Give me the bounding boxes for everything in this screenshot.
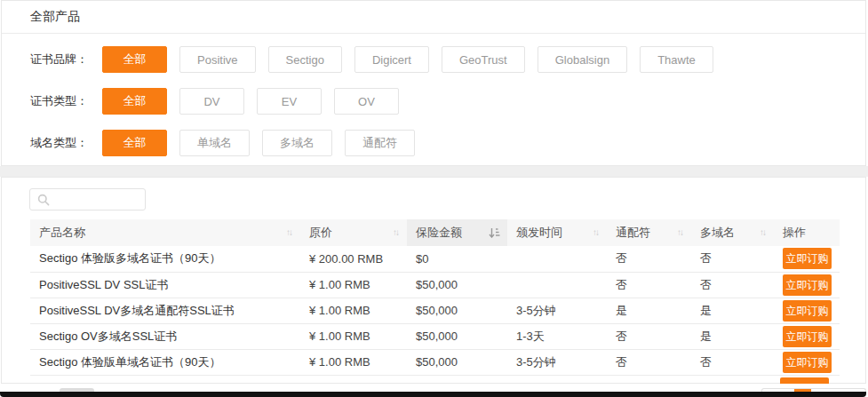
domain-type-option-all[interactable]: 全部	[102, 130, 167, 156]
insurance-cell: $50,000	[407, 349, 507, 375]
domain-type-filter-label: 域名类型：	[30, 135, 102, 151]
insurance-cell: $50,000	[407, 272, 507, 298]
multi-domain-cell: 否	[691, 349, 774, 375]
issue-time-cell: 3-5分钟	[507, 298, 607, 323]
table-row: Sectigo OV多域名SSL证书 ¥ 1.00 RMB $50,000 1-…	[30, 323, 840, 349]
product-name-cell: Sectigo OV多域名SSL证书	[30, 323, 300, 349]
order-now-button[interactable]: 立即订购	[783, 300, 832, 322]
column-header-wildcard[interactable]: 通配符↑↓	[607, 219, 691, 246]
sort-icon[interactable]: ↑↓	[286, 228, 293, 237]
brand-option-all[interactable]: 全部	[102, 46, 167, 73]
multi-domain-cell: 否	[691, 272, 774, 298]
brand-option-globalsign[interactable]: Globalsign	[538, 46, 627, 73]
sort-icon[interactable]: ↑↓	[760, 228, 767, 237]
filter-row-brand: 证书品牌： 全部 Positive Sectigo Digicert GeoTr…	[30, 46, 865, 73]
sort-icon[interactable]: ↑↓	[593, 228, 600, 237]
column-header-price[interactable]: 原价↑↓	[300, 219, 407, 246]
issue-time-cell	[507, 272, 607, 298]
filter-panel: 全部产品 证书品牌： 全部 Positive Sectigo Digicert …	[1, 0, 866, 166]
insurance-cell: $0	[407, 246, 507, 272]
issue-time-cell: 1-3天	[507, 323, 607, 349]
wildcard-cell: 否	[607, 272, 691, 298]
sort-icon[interactable]: ↑↓	[393, 228, 400, 237]
order-now-button[interactable]: 立即订购	[783, 274, 832, 296]
window-bottom-edge	[0, 392, 866, 397]
domain-type-option-wildcard[interactable]: 通配符	[345, 130, 415, 156]
column-header-product-name[interactable]: 产品名称↑↓	[30, 219, 300, 246]
sort-icon[interactable]: ↑↓	[677, 228, 684, 237]
brand-option-thawte[interactable]: Thawte	[640, 46, 713, 73]
cert-type-option-ev[interactable]: EV	[257, 88, 322, 115]
order-now-button[interactable]: 立即订购	[783, 248, 832, 269]
table-row: PositiveSSL DV多域名通配符SSL证书 ¥ 1.00 RMB $50…	[30, 298, 840, 323]
column-header-issue-time[interactable]: 颁发时间↑↓	[507, 219, 607, 246]
wildcard-cell: 否	[607, 323, 691, 349]
table-row: Sectigo 体验版单域名证书（90天） ¥ 1.00 RMB $50,000…	[30, 349, 840, 375]
table-row: PositiveSSL DV SSL证书 ¥ 1.00 RMB $50,000 …	[30, 272, 840, 298]
multi-domain-cell: 是	[691, 323, 774, 349]
product-name-cell: PositiveSSL DV多域名通配符SSL证书	[30, 298, 300, 323]
panel-divider	[0, 166, 868, 177]
order-now-button[interactable]: 立即订购	[783, 326, 832, 347]
table-search-box[interactable]	[29, 188, 146, 210]
cert-type-option-ov[interactable]: OV	[334, 88, 399, 115]
insurance-cell: $50,000	[407, 323, 507, 349]
price-cell: ¥ 1.00 RMB	[300, 323, 407, 349]
column-header-insurance[interactable]: 保险金额	[407, 219, 507, 246]
product-table-panel: 产品名称↑↓ 原价↑↓ 保险金额	[1, 177, 866, 384]
price-cell: ¥ 1.00 RMB	[300, 298, 407, 323]
brand-filter-label: 证书品牌：	[30, 52, 102, 67]
multi-domain-cell: 是	[691, 298, 774, 323]
issue-time-cell: 3-5分钟	[507, 349, 607, 375]
filter-row-domain-type: 域名类型： 全部 单域名 多域名 通配符	[30, 130, 865, 156]
wildcard-cell: 否	[607, 349, 691, 375]
domain-type-option-single[interactable]: 单域名	[179, 130, 250, 156]
brand-option-geotrust[interactable]: GeoTrust	[442, 46, 525, 73]
insurance-cell: $50,000	[407, 298, 507, 323]
table-row: Sectigo 体验版多域名证书（90天） ¥ 200.00 RMB $0 否 …	[30, 246, 840, 272]
product-name-cell: PositiveSSL DV SSL证书	[30, 272, 300, 298]
wildcard-cell: 否	[607, 246, 691, 272]
column-header-action: 操作	[774, 219, 840, 246]
product-table: 产品名称↑↓ 原价↑↓ 保险金额	[30, 219, 840, 376]
search-input[interactable]	[54, 190, 139, 209]
product-name-cell: Sectigo 体验版多域名证书（90天）	[30, 246, 300, 272]
sort-amount-desc-icon[interactable]	[489, 227, 500, 238]
product-name-cell: Sectigo 体验版单域名证书（90天）	[30, 349, 300, 375]
page-title: 全部产品	[2, 1, 865, 34]
cert-type-option-dv[interactable]: DV	[179, 88, 244, 115]
partial-order-button[interactable]	[780, 377, 829, 384]
price-cell: ¥ 200.00 RMB	[300, 246, 407, 272]
column-header-multi-domain[interactable]: 多域名↑↓	[691, 219, 774, 246]
filter-row-cert-type: 证书类型： 全部 DV EV OV	[30, 88, 865, 115]
brand-option-digicert[interactable]: Digicert	[354, 46, 429, 73]
search-icon	[37, 194, 50, 206]
cert-type-option-all[interactable]: 全部	[102, 88, 167, 115]
price-cell: ¥ 1.00 RMB	[300, 272, 407, 298]
issue-time-cell	[507, 246, 607, 272]
domain-type-option-multi[interactable]: 多域名	[262, 130, 332, 156]
multi-domain-cell: 否	[691, 246, 774, 272]
brand-option-sectigo[interactable]: Sectigo	[268, 46, 342, 73]
table-header-row: 产品名称↑↓ 原价↑↓ 保险金额	[30, 219, 840, 246]
order-now-button[interactable]: 立即订购	[783, 352, 832, 373]
brand-option-positive[interactable]: Positive	[179, 46, 256, 73]
cert-type-filter-label: 证书类型：	[30, 93, 102, 109]
price-cell: ¥ 1.00 RMB	[300, 349, 407, 375]
wildcard-cell: 是	[607, 298, 691, 323]
